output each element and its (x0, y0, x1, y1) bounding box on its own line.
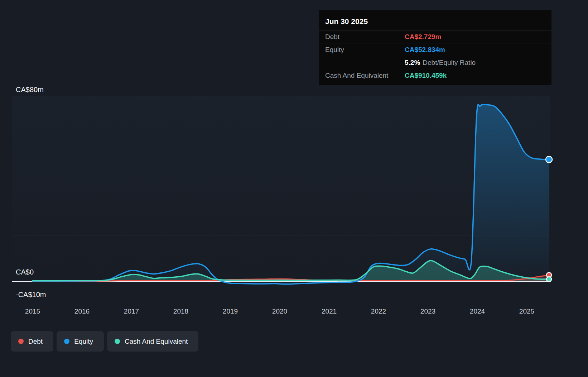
tooltip-debt-value: CA$2.729m (405, 33, 441, 41)
legend-debt-label: Debt (28, 338, 43, 345)
x-tick: 2020 (264, 307, 296, 315)
legend-cash-label: Cash And Equivalent (125, 338, 188, 345)
tooltip-equity-value: CA$52.834m (405, 46, 445, 54)
x-tick: 2017 (115, 307, 148, 315)
legend-item-debt[interactable]: Debt (11, 331, 53, 352)
legend-item-cash[interactable]: Cash And Equivalent (107, 331, 198, 352)
x-tick: 2025 (511, 307, 543, 315)
tooltip-debt-label: Debt (325, 33, 405, 41)
x-axis: 2015 2016 2017 2018 2019 2020 2021 2022 … (0, 307, 588, 318)
x-tick: 2016 (66, 307, 98, 315)
debt-equity-history-page: CA$80m CA$0 -CA$10m 2015 2016 2017 2018 … (0, 0, 588, 377)
tooltip-ratio-label: Debt/Equity Ratio (423, 59, 476, 66)
chart-legend: Debt Equity Cash And Equivalent (11, 331, 198, 352)
y-axis-label-80m: CA$80m (16, 86, 44, 94)
y-axis-label-neg10m: -CA$10m (16, 291, 46, 299)
x-tick: 2022 (362, 307, 395, 315)
chart-tooltip: Jun 30 2025 Debt CA$2.729m Equity CA$52.… (319, 10, 551, 85)
equity-dot-icon (64, 339, 69, 344)
tooltip-debt-row: Debt CA$2.729m (319, 30, 551, 43)
tooltip-cash-row: Cash And Equivalent CA$910.459k (319, 69, 551, 82)
cash-end-marker (546, 277, 551, 282)
x-tick: 2021 (313, 307, 345, 315)
tooltip-equity-label: Equity (325, 46, 405, 54)
x-tick: 2023 (412, 307, 444, 315)
cash-dot-icon (115, 339, 120, 344)
legend-item-equity[interactable]: Equity (57, 331, 104, 352)
tooltip-ratio-value: 5.2% (405, 59, 420, 66)
y-axis-label-zero: CA$0 (16, 268, 34, 276)
x-tick: 2018 (165, 307, 197, 315)
x-tick: 2024 (461, 307, 493, 315)
tooltip-date: Jun 30 2025 (319, 14, 551, 30)
tooltip-equity-row: Equity CA$52.834m (319, 43, 551, 56)
tooltip-ratio-row: 5.2%Debt/Equity Ratio (319, 56, 551, 69)
x-tick: 2019 (214, 307, 246, 315)
tooltip-cash-label: Cash And Equivalent (325, 72, 405, 80)
tooltip-ratio: 5.2%Debt/Equity Ratio (405, 59, 476, 67)
legend-equity-label: Equity (74, 338, 93, 345)
equity-end-marker (546, 156, 552, 163)
tooltip-cash-value: CA$910.459k (405, 72, 447, 80)
x-tick: 2015 (16, 307, 49, 315)
debt-dot-icon (18, 339, 24, 344)
